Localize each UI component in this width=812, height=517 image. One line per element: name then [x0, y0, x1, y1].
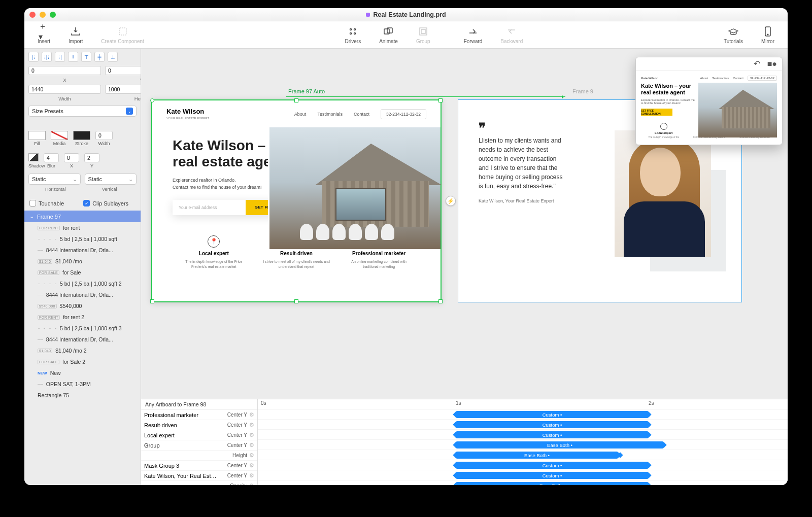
timeline-bar[interactable]: Custom • — [456, 462, 649, 469]
preview-panel[interactable]: ↶ ■● Kate Wilson AboutTestimonialsContac… — [635, 57, 783, 145]
timeline-row[interactable]: Local expertCenter Y⚙ — [141, 430, 257, 440]
width-input[interactable] — [28, 85, 101, 94]
timeline-bar[interactable]: Ease Both • — [456, 441, 664, 449]
timeline-track[interactable]: Ease Both • — [258, 440, 788, 450]
resize-handle[interactable] — [294, 299, 298, 303]
layer-item[interactable]: FOR SALEfor Sale 2 — [24, 356, 141, 367]
layer-item[interactable]: ——8444 International Dr, Orla... — [24, 289, 141, 300]
undo-icon[interactable]: ↶ — [754, 59, 760, 68]
timeline-track[interactable]: Custom • — [258, 420, 788, 430]
timeline-track[interactable]: Custom • — [258, 430, 788, 440]
tutorials-tool[interactable]: Tutorials — [715, 26, 752, 44]
timeline-row[interactable]: Professional marketerCenter Y⚙ — [141, 410, 257, 420]
layers-selected-header[interactable]: ⌄ Frame 97 — [24, 211, 141, 222]
align-middle-button[interactable]: ╪ — [94, 52, 105, 62]
align-top-button[interactable]: ⊤ — [81, 52, 91, 62]
backward-tool[interactable]: Backward — [491, 26, 532, 44]
touchable-checkbox[interactable]: Touchable — [24, 198, 69, 209]
artboard-frame97[interactable]: Kate Wilson YOUR REAL ESTATE EXPERT Abou… — [151, 99, 442, 302]
timeline-row[interactable]: Kate Wilson, Your Real Estate ExpertCent… — [141, 471, 257, 481]
timeline-bar[interactable]: Custom • — [456, 472, 649, 479]
resize-handle[interactable] — [294, 98, 298, 102]
record-icon[interactable]: ■● — [767, 59, 777, 68]
media-swatch[interactable] — [51, 131, 68, 140]
close-window-button[interactable] — [29, 12, 36, 18]
horizontal-constraint-select[interactable]: Static⌄ — [28, 174, 81, 185]
timeline-bar[interactable]: Ease Both • — [456, 482, 649, 485]
height-input[interactable] — [105, 85, 141, 94]
layer-item[interactable]: ——8444 International Dr, Orla... — [24, 245, 141, 256]
interaction-bolt-icon[interactable]: ⚡ — [446, 196, 456, 206]
size-presets-select[interactable]: Size Presets⌄ — [28, 106, 137, 117]
timeline-row[interactable]: Result-drivenCenter Y⚙ — [141, 420, 257, 430]
gear-icon[interactable]: ⚙ — [249, 432, 254, 438]
timeline-track[interactable]: Custom • — [258, 460, 788, 470]
resize-handle[interactable] — [150, 98, 154, 102]
timeline-row[interactable]: Height⚙ — [141, 451, 257, 461]
x-input[interactable] — [28, 66, 101, 75]
import-tool[interactable]: Import — [59, 26, 92, 44]
timeline-track[interactable]: Ease Both • — [258, 480, 788, 485]
timeline-bar[interactable]: Custom • — [456, 431, 649, 438]
timeline-track[interactable]: Custom • — [258, 409, 788, 420]
layer-item[interactable]: ——OPEN SAT, 1-3PM — [24, 378, 141, 390]
gear-icon[interactable]: ⚙ — [249, 482, 254, 485]
timeline-tracks[interactable]: 0s1s2s Custom •Custom •Custom •Ease Both… — [258, 399, 788, 485]
gear-icon[interactable]: ⚙ — [249, 442, 254, 449]
gear-icon[interactable]: ⚙ — [249, 452, 254, 459]
layer-item[interactable]: FOR RENTfor rent — [24, 222, 141, 233]
mirror-tool[interactable]: Mirror — [752, 26, 784, 44]
layer-item[interactable]: Rectangle 75 — [24, 390, 141, 401]
distribute-h-button[interactable]: ⫴ — [68, 52, 78, 62]
timeline-track[interactable]: Custom • — [258, 470, 788, 480]
layer-item[interactable]: - - - -5 bd | 2,5 ba | 1,000 sqft 3 — [24, 323, 141, 334]
drivers-tool[interactable]: Drivers — [336, 26, 370, 44]
timeline-row[interactable]: Mask Group 3Center Y⚙ — [141, 461, 257, 471]
group-tool[interactable]: Group — [407, 26, 439, 44]
shadow-y-input[interactable] — [84, 153, 99, 162]
timeline-header[interactable]: Any Artboard to Frame 98 — [141, 399, 257, 410]
layer-item[interactable]: $1,040$1,040 /mo 2 — [24, 345, 141, 356]
layer-item[interactable]: FOR SALEfor Sale — [24, 267, 141, 278]
timeline-bar[interactable]: Custom • — [456, 411, 649, 418]
shadow-swatch[interactable] — [28, 153, 39, 161]
align-center-h-button[interactable]: ⫶|⫶ — [42, 52, 52, 62]
stroke-width-input[interactable] — [95, 131, 113, 140]
gear-icon[interactable]: ⚙ — [249, 422, 254, 428]
gear-icon[interactable]: ⚙ — [249, 411, 254, 418]
layer-item[interactable]: $1,040$1,040 /mo — [24, 256, 141, 267]
fill-swatch[interactable] — [28, 131, 46, 140]
resize-handle[interactable] — [438, 299, 443, 303]
maximize-window-button[interactable] — [50, 12, 56, 18]
shadow-x-input[interactable] — [64, 153, 79, 162]
vertical-constraint-select[interactable]: Static⌄ — [85, 174, 137, 185]
align-left-button[interactable]: |⫶ — [28, 52, 39, 62]
timeline-track[interactable]: Ease Both • — [258, 450, 788, 460]
insert-tool[interactable]: ＋▾ Insert — [28, 26, 59, 44]
resize-handle[interactable] — [438, 98, 443, 102]
blur-input[interactable] — [44, 153, 59, 162]
timeline-row[interactable]: GroupCenter Y⚙ — [141, 440, 257, 451]
align-bottom-button[interactable]: ⊥ — [108, 52, 118, 62]
y-input[interactable] — [105, 66, 141, 75]
layer-item[interactable]: - - - -5 bd | 2,5 ba | 1,000 sqft 2 — [24, 278, 141, 289]
resize-handle[interactable] — [150, 299, 154, 303]
layer-item[interactable]: FOR RENTfor rent 2 — [24, 312, 141, 323]
layer-item[interactable]: - - - -5 bd | 2,5 ba | 1,000 sqft — [24, 233, 141, 245]
gear-icon[interactable]: ⚙ — [249, 462, 254, 469]
gear-icon[interactable]: ⚙ — [249, 472, 254, 479]
layer-item[interactable]: $540,000$540,000 — [24, 300, 141, 312]
animate-tool[interactable]: Animate — [370, 26, 407, 44]
frame-label[interactable]: Frame 97 Auto — [288, 88, 325, 94]
clip-sublayers-checkbox[interactable]: ✓Clip Sublayers — [78, 198, 133, 209]
forward-tool[interactable]: Forward — [455, 26, 492, 44]
timeline-bar[interactable]: Custom • — [456, 421, 649, 428]
align-right-button[interactable]: ⫶| — [55, 52, 65, 62]
timeline-row[interactable]: Opacity⚙ — [141, 481, 257, 485]
create-component-tool[interactable]: Create Component — [92, 26, 153, 44]
minimize-window-button[interactable] — [40, 12, 46, 18]
layer-item[interactable]: NEWNew — [24, 367, 141, 378]
stroke-swatch[interactable] — [73, 131, 90, 140]
layer-item[interactable]: ——8444 International Dr, Orla... — [24, 334, 141, 345]
timeline-bar[interactable]: Ease Both • — [456, 452, 618, 459]
